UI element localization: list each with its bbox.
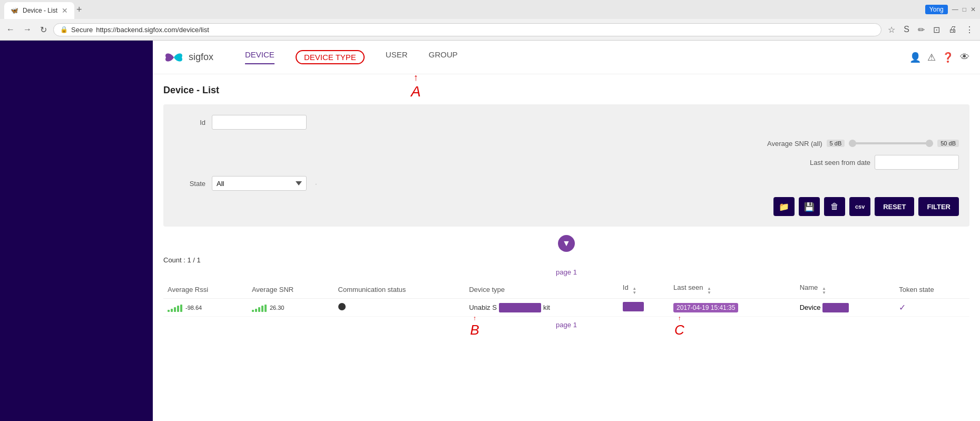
snr-bar-5 [264, 305, 267, 312]
col-comm-status: Communication status [334, 280, 465, 299]
col-device-type-label: Device type [469, 286, 505, 293]
col-avg-rssi-label: Average Rssi [168, 286, 208, 293]
window-controls: Yong — □ ✕ [925, 5, 976, 14]
name-cell: Device [800, 303, 891, 312]
data-table: Average Rssi Average SNR Communication s… [163, 280, 969, 317]
toolbar-icons: ☆ S ✏ ⊡ 🖨 ⋮ [886, 23, 976, 37]
cell-avg-snr: 26.30 [248, 299, 334, 317]
save-button[interactable]: 💾 [799, 197, 820, 216]
nav-user[interactable]: USER [386, 50, 408, 64]
minimize-button[interactable]: — [952, 6, 958, 13]
col-avg-rssi: Average Rssi [163, 280, 248, 299]
col-avg-snr-label: Average SNR [252, 286, 293, 293]
page-wrapper: Device - List Id Average SNR (all) 5 dB [153, 74, 980, 344]
expand-button[interactable]: ▼ [558, 235, 575, 252]
trash-icon: 🗑 [830, 202, 839, 211]
id-input[interactable] [212, 115, 307, 130]
bar-5 [180, 305, 182, 312]
last-seen-input[interactable] [875, 155, 959, 170]
bar-4 [177, 306, 179, 312]
snr-min-badge: 5 dB [827, 140, 845, 147]
delete-button[interactable]: 🗑 [824, 197, 845, 216]
nav-device-type[interactable]: DEVICE TYPE [296, 50, 365, 64]
new-tab-button[interactable]: + [76, 4, 82, 15]
filter-button[interactable]: FILTER [918, 197, 959, 216]
eye-icon[interactable]: 👁 [960, 52, 969, 63]
name-sort-icon: ▲▼ [822, 287, 826, 295]
col-id[interactable]: Id ▲▼ [619, 280, 669, 299]
snr-bar-3 [258, 307, 260, 312]
comm-status-dot [338, 303, 346, 310]
person-icon[interactable]: 👤 [909, 52, 921, 63]
print-icon[interactable]: 🖨 [946, 23, 959, 36]
last-seen-cell: 2017-04-19 15:41:35 [673, 303, 791, 312]
snr-label: Average SNR (all) [767, 140, 822, 148]
bookmark-icon[interactable]: ☆ [886, 23, 897, 37]
secure-label: Secure [71, 26, 93, 34]
nav-group[interactable]: GROUP [429, 50, 458, 64]
tab-close-button[interactable]: ✕ [62, 6, 68, 15]
alert-icon[interactable]: ⚠ [927, 52, 936, 63]
dt-suffix: kit [543, 303, 550, 311]
col-last-seen-label: Last seen [673, 283, 703, 291]
logo-icon [163, 50, 184, 65]
reset-button[interactable]: RESET [875, 197, 914, 216]
save-icon: 💾 [804, 202, 815, 212]
cell-name: Device [796, 299, 895, 317]
extension-s-icon[interactable]: S [901, 23, 912, 36]
sidebar [0, 41, 153, 421]
table-header: Average Rssi Average SNR Communication s… [163, 280, 969, 299]
edit-icon[interactable]: ✏ [916, 23, 927, 37]
forward-button[interactable]: → [21, 23, 34, 36]
name-text: Device [800, 303, 821, 311]
user-badge: Yong [925, 5, 948, 14]
name-purple-block [822, 303, 849, 312]
back-button[interactable]: ← [4, 23, 17, 36]
close-button[interactable]: ✕ [971, 6, 976, 13]
nav-right-icons: 👤 ⚠ ❓ 👁 [909, 52, 969, 63]
url-text: https://backend.sigfox.com/device/list [96, 26, 209, 34]
col-device-type: Device type [465, 280, 619, 299]
export-button[interactable]: csv [849, 197, 870, 216]
count-text: Count : 1 / 1 [163, 256, 201, 264]
snr-row: Average SNR (all) 5 dB 50 dB [174, 138, 959, 149]
url-input[interactable]: 🔒 Secure https://backend.sigfox.com/devi… [53, 23, 881, 36]
logo-area: sigfox [163, 50, 213, 65]
folder-icon: 📁 [779, 202, 789, 212]
active-tab[interactable]: 🦋 Device - List ✕ [4, 2, 74, 19]
help-icon[interactable]: ❓ [942, 52, 954, 63]
maximize-button[interactable]: □ [963, 6, 966, 13]
last-seen-sort-icon: ▲▼ [707, 287, 711, 295]
col-token-state-label: Token state [899, 286, 934, 293]
csv-icon: csv [855, 203, 865, 210]
cast-icon[interactable]: ⊡ [931, 23, 942, 37]
app-layout: sigfox DEVICE DEVICE TYPE USER GROUP 👤 ⚠… [0, 41, 980, 421]
state-select[interactable]: All OK Error [212, 176, 307, 191]
browser-chrome: 🦋 Device - List ✕ + Yong — □ ✕ ← → ↻ 🔒 S… [0, 0, 980, 41]
nav-device[interactable]: DEVICE [245, 50, 275, 64]
col-name[interactable]: Name ▲▼ [796, 280, 895, 299]
snr-thumb-right[interactable] [926, 140, 933, 147]
folder-button[interactable]: 📁 [773, 197, 795, 216]
cell-avg-rssi: -98.64 [163, 299, 248, 317]
bar-2 [171, 309, 173, 312]
refresh-button[interactable]: ↻ [38, 23, 49, 37]
nav-links: DEVICE DEVICE TYPE USER GROUP [245, 50, 457, 64]
header-row: Average Rssi Average SNR Communication s… [163, 280, 969, 299]
table-row[interactable]: -98.64 [163, 299, 969, 317]
logo-text: sigfox [189, 52, 213, 63]
snr-value: 26.30 [270, 305, 285, 311]
id-label: Id [174, 119, 205, 126]
page-title: Device - List [163, 85, 969, 96]
snr-thumb-left[interactable] [849, 140, 856, 147]
table-body: -98.64 [163, 299, 969, 317]
bar-3 [174, 307, 176, 312]
menu-icon[interactable]: ⋮ [963, 23, 976, 37]
rssi-value: -98.64 [185, 305, 202, 311]
tab-favicon: 🦋 [11, 7, 18, 14]
snr-track [849, 142, 933, 144]
secure-icon: 🔒 [60, 26, 68, 33]
cell-comm-status [334, 299, 465, 317]
snr-slider[interactable] [849, 138, 933, 149]
col-last-seen[interactable]: Last seen ▲▼ [669, 280, 796, 299]
